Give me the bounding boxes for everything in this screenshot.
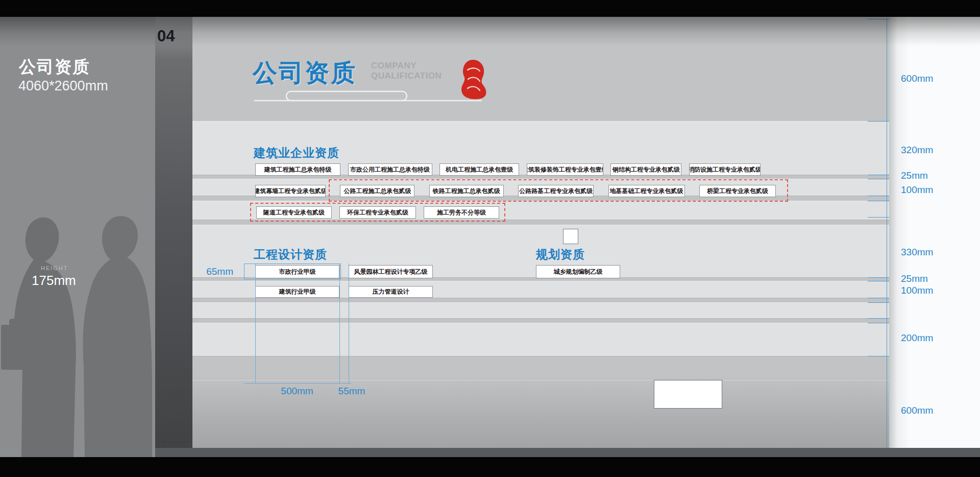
material-swatch-rect [654, 380, 722, 409]
panel-size-label: 4060*2600mm [18, 78, 108, 94]
qualification-box: 压力管道设计 [349, 286, 433, 298]
blue-measure-rect [244, 264, 341, 279]
wall-title-zh: 公司资质 [253, 57, 357, 89]
qualification-box: 消防设施工程专业承包贰级 [689, 163, 761, 176]
dimension-label-right-8: 600mm [901, 405, 933, 416]
qualification-box: 建筑装修装饰工程专业承包壹级 [527, 163, 603, 176]
qualification-wall: 公司资质 COMPANY QUALIFICATION 建筑业企业资质 建筑工程施… [192, 17, 889, 448]
ruler-tick [868, 356, 889, 356]
qualification-box: 建筑幕墙工程专业承包贰级 [255, 185, 326, 197]
dimension-label-55mm: 55mm [336, 386, 367, 397]
qualification-box: 公路路基工程专业承包贰级 [518, 185, 594, 197]
construction-row-2: 建筑幕墙工程专业承包贰级 公路工程施工总承包贰级 铁路工程施工总承包贰级 公路路… [255, 185, 776, 197]
dimension-ruler: 600mm 320mm 25mm 100mm 330mm 25mm 100mm … [863, 17, 980, 448]
dimension-label-right-0: 600mm [901, 73, 933, 84]
guide-line-vertical-1 [255, 264, 256, 384]
qualification-box: 地基基础工程专业承包贰级 [608, 185, 685, 197]
ruler-tick [868, 302, 889, 303]
qualification-box: 风景园林工程设计专项乙级 [349, 265, 433, 278]
section-title-design: 工程设计资质 [254, 247, 327, 263]
wall-band-200mm [192, 323, 889, 356]
height-value: 175mm [32, 273, 76, 289]
qualification-box: 隧道工程专业承包贰级 [256, 206, 332, 219]
qualification-box: 建筑行业甲级 [255, 286, 339, 298]
construction-row-3: 隧道工程专业承包贰级 环保工程专业承包贰级 施工劳务不分等级 [256, 206, 499, 219]
ruler-vertical-line [887, 19, 887, 448]
material-swatch-square [563, 229, 578, 244]
dimension-label-right-4: 330mm [901, 247, 933, 258]
section-title-construction: 建筑业企业资质 [254, 145, 339, 161]
wall-band-extra [192, 302, 889, 318]
dimension-label-right-7: 200mm [901, 332, 933, 344]
top-black-bar [0, 0, 980, 17]
ruler-tick [868, 323, 889, 323]
dimension-label-right-6: 100mm [901, 285, 933, 296]
ruler-tick [868, 201, 889, 201]
qualification-box: 环保工程专业承包贰级 [339, 206, 416, 219]
ruler-tick [868, 217, 889, 218]
decorative-line [253, 88, 487, 104]
ruler-tick [868, 298, 889, 298]
floor-edge-line [192, 380, 889, 380]
ruler-tick [868, 277, 889, 278]
design-sheet: 公司资质 4060*2600mm HEIGHT 175mm 04 [0, 0, 980, 477]
dimension-label-right-1: 320mm [901, 145, 933, 156]
dimension-label-right-3: 100mm [901, 184, 933, 196]
ruler-tick [868, 121, 889, 122]
dimension-label-right-2: 25mm [901, 170, 928, 181]
dimension-label-500mm: 500mm [269, 386, 325, 397]
qualification-box: 市政公用工程施工总承包特级 [348, 163, 432, 176]
qualification-box: 钢结构工程专业承包贰级 [610, 163, 681, 176]
height-label: HEIGHT [41, 265, 68, 271]
ruler-tick [868, 281, 889, 281]
page-number: 04 [157, 27, 175, 45]
wall-return-strip: 04 [155, 17, 192, 448]
qualification-box: 城乡规划编制乙级 [536, 265, 620, 278]
qualification-box: 公路工程施工总承包贰级 [340, 185, 414, 197]
qualification-box: 机电工程施工总承包壹级 [439, 163, 519, 176]
qualification-box: 施工劳务不分等级 [424, 206, 499, 219]
ruler-tick [868, 19, 889, 19]
qualification-box: 铁路工程施工总承包贰级 [429, 185, 504, 197]
ruler-tick [868, 196, 889, 196]
wall-title-en-line2: QUALIFICATION [371, 71, 442, 81]
guide-line-vertical-3 [349, 264, 349, 384]
qualification-box: 桥梁工程专业承包贰级 [699, 185, 776, 197]
qualification-box: 建筑工程施工总承包特级 [255, 163, 340, 176]
guide-line-vertical-2 [339, 264, 340, 384]
section-title-planning: 规划资质 [536, 247, 585, 263]
ruler-tick [868, 175, 889, 175]
wall-title-en: COMPANY QUALIFICATION [371, 61, 442, 81]
bottom-black-bar [0, 457, 980, 477]
ruler-tick [868, 318, 889, 319]
ruler-tick [868, 179, 889, 179]
floor-dark-strip [155, 448, 980, 457]
seal-stamp-icon [459, 59, 487, 100]
construction-row-1: 建筑工程施工总承包特级 市政公用工程施工总承包特级 机电工程施工总承包壹级 建筑… [255, 163, 761, 176]
dimension-label-65mm: 65mm [198, 266, 233, 277]
left-info-panel: 公司资质 4060*2600mm HEIGHT 175mm [0, 17, 155, 457]
dimension-label-right-5: 25mm [901, 273, 928, 284]
guide-line-horizontal [244, 383, 351, 384]
wall-title-en-line1: COMPANY [371, 61, 442, 71]
panel-title: 公司资质 [19, 56, 90, 79]
people-silhouette-graphic [0, 193, 155, 457]
